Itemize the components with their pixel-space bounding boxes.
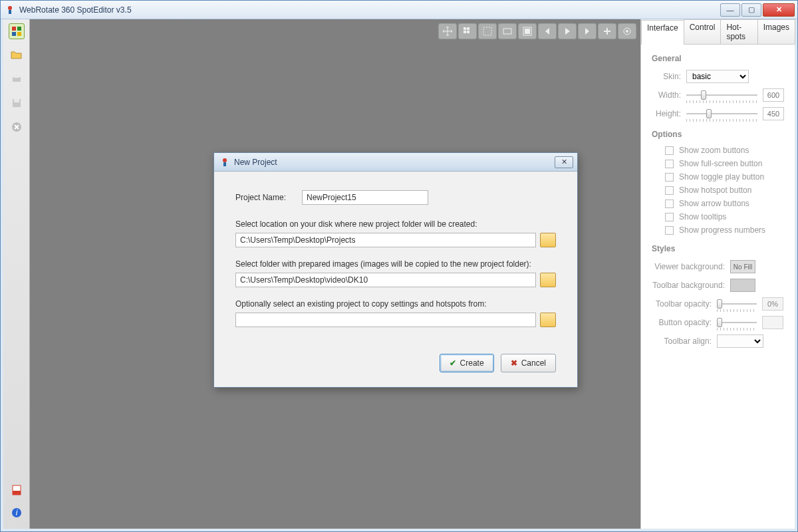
opt-arrows[interactable]: Show arrow buttons xyxy=(665,199,784,208)
target-icon[interactable] xyxy=(618,23,636,39)
add-icon[interactable] xyxy=(598,23,616,39)
svg-point-24 xyxy=(626,30,628,33)
close-button[interactable]: ✕ xyxy=(763,3,795,17)
dialog-actions: ✔ Create ✖ Cancel xyxy=(214,354,577,387)
info-icon[interactable]: i xyxy=(9,505,25,521)
window-title: WebRotate 360 SpotEditor v3.5 xyxy=(19,5,720,15)
minimize-button[interactable]: — xyxy=(720,3,740,17)
select-area-icon[interactable] xyxy=(478,23,497,39)
move-icon[interactable] xyxy=(438,23,457,39)
skin-label: Skin: xyxy=(652,72,681,81)
viewer-toolbar xyxy=(438,23,636,39)
dialog-titlebar[interactable]: New Project ✕ xyxy=(214,153,577,172)
svg-rect-22 xyxy=(525,29,530,34)
opt-fullscreen[interactable]: Show full-screen button xyxy=(665,159,784,168)
properties-panel: Interface Control Hot-spots Images Gener… xyxy=(640,19,795,529)
copyfrom-input[interactable] xyxy=(235,313,536,327)
dialog-close-button[interactable]: ✕ xyxy=(555,156,573,168)
fullscreen-icon[interactable] xyxy=(518,23,537,39)
new-project-dialog: New Project ✕ Project Name: Select locat… xyxy=(213,152,578,388)
tab-hotspots[interactable]: Hot-spots xyxy=(720,19,757,44)
panel-tabs: Interface Control Hot-spots Images xyxy=(641,19,795,45)
create-button-label: Create xyxy=(460,358,484,368)
height-value[interactable]: 450 xyxy=(763,107,784,120)
svg-rect-7 xyxy=(14,75,19,78)
button-opacity-label: Button opacity: xyxy=(652,318,712,327)
next-icon[interactable] xyxy=(578,23,597,39)
section-general: General xyxy=(652,54,784,63)
toolbar-opacity-slider[interactable] xyxy=(717,297,757,311)
toolbar-align-select[interactable] xyxy=(717,334,763,348)
section-styles: Styles xyxy=(652,244,784,253)
browse-location-button[interactable] xyxy=(540,233,556,247)
height-label: Height: xyxy=(652,109,681,118)
svg-point-25 xyxy=(223,158,227,162)
maximize-button[interactable]: ▢ xyxy=(741,3,761,17)
x-icon: ✖ xyxy=(511,358,517,368)
browse-copyfrom-button[interactable] xyxy=(540,313,556,327)
toolbar-bg-label: Toolbar background: xyxy=(652,281,725,290)
toolbar-align-label: Toolbar align: xyxy=(652,336,712,346)
titlebar[interactable]: WebRotate 360 SpotEditor v3.5 — ▢ ✕ xyxy=(1,1,797,19)
svg-rect-12 xyxy=(13,491,21,495)
button-opacity-value xyxy=(762,316,783,329)
browse-images-button[interactable] xyxy=(540,273,556,287)
client-area: i xyxy=(1,19,797,531)
opt-hotspot[interactable]: Show hotspot button xyxy=(665,186,784,195)
save-icon[interactable] xyxy=(9,95,25,111)
svg-rect-18 xyxy=(467,31,469,33)
dialog-app-icon xyxy=(219,157,230,168)
skin-select[interactable]: basic xyxy=(686,70,749,83)
prev-icon[interactable] xyxy=(538,23,557,39)
opt-progress[interactable]: Show progress numbers xyxy=(665,225,784,235)
cancel-button-label: Cancel xyxy=(521,358,546,368)
opt-tooltips[interactable]: Show tooltips xyxy=(665,212,784,221)
tab-interface[interactable]: Interface xyxy=(641,20,684,45)
tab-images[interactable]: Images xyxy=(757,19,795,44)
project-name-label: Project Name: xyxy=(235,193,294,202)
cancel-button[interactable]: ✖ Cancel xyxy=(501,354,556,372)
svg-rect-3 xyxy=(17,27,21,31)
viewer-bg-label: Viewer background: xyxy=(652,262,725,271)
pdf-icon[interactable] xyxy=(9,482,25,498)
svg-rect-16 xyxy=(467,27,469,30)
check-icon: ✔ xyxy=(450,358,456,368)
opt-zoom[interactable]: Show zoom buttons xyxy=(665,146,784,155)
play-icon[interactable] xyxy=(558,23,577,39)
button-opacity-slider[interactable] xyxy=(717,316,757,329)
section-options: Options xyxy=(652,130,784,139)
tool-panels-icon[interactable] xyxy=(9,23,25,39)
svg-rect-2 xyxy=(12,27,16,31)
workspace: New Project ✕ Project Name: Select locat… xyxy=(30,19,640,529)
svg-rect-1 xyxy=(9,10,11,14)
toolbar-opacity-label: Toolbar opacity: xyxy=(652,299,712,309)
folder-open-icon[interactable] xyxy=(9,47,25,63)
toolbar-bg-swatch[interactable] xyxy=(730,279,755,292)
width-label: Width: xyxy=(652,90,681,100)
viewer-bg-swatch[interactable]: No Fill xyxy=(730,260,755,273)
tab-control[interactable]: Control xyxy=(684,19,722,44)
images-input[interactable] xyxy=(235,273,536,287)
window-buttons: — ▢ ✕ xyxy=(720,3,795,17)
toolbar-spacer xyxy=(9,143,25,474)
project-name-input[interactable] xyxy=(302,190,428,205)
svg-rect-17 xyxy=(464,31,466,33)
create-button[interactable]: ✔ Create xyxy=(440,354,494,372)
height-slider[interactable] xyxy=(686,107,757,120)
svg-point-0 xyxy=(8,6,12,10)
toolbar-opacity-value: 0% xyxy=(762,297,783,311)
location-input[interactable] xyxy=(235,233,536,247)
close-project-icon[interactable] xyxy=(9,119,25,135)
app-icon xyxy=(5,5,15,15)
frame-icon[interactable] xyxy=(498,23,517,39)
svg-rect-26 xyxy=(223,162,226,166)
dialog-body: Project Name: Select location on your di… xyxy=(214,172,577,354)
width-value[interactable]: 600 xyxy=(763,88,784,102)
grid-icon[interactable] xyxy=(458,23,477,39)
opt-toggleplay[interactable]: Show toggle play button xyxy=(665,172,784,182)
left-toolbar: i xyxy=(3,19,30,529)
width-slider[interactable] xyxy=(686,88,757,102)
copyfrom-instruction: Optionally select an existing project to… xyxy=(235,299,556,309)
print-icon[interactable] xyxy=(9,71,25,87)
panel-body: General Skin: basic Width: 600 Height: 4… xyxy=(641,45,795,362)
